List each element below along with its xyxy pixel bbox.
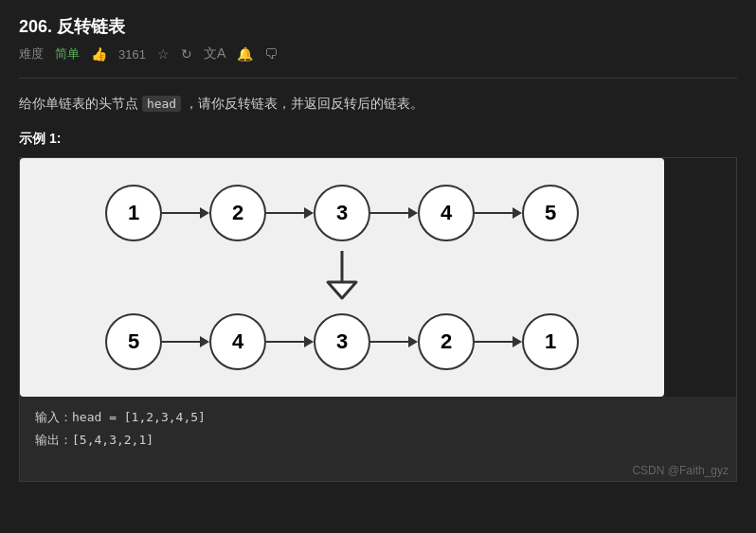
example-io: 输入：head = [1,2,3,4,5] 输出：[5,4,3,2,1] <box>20 397 736 460</box>
node-1-bottom: 1 <box>522 313 579 370</box>
node-3-top: 3 <box>314 185 370 241</box>
desc-after: ，请你反转链表，并返回反转后的链表。 <box>181 96 423 111</box>
example-title: 示例 1: <box>19 131 737 148</box>
like-count: 3161 <box>118 47 146 62</box>
arrow-1-2 <box>162 204 209 222</box>
arrow-2-1 <box>475 332 522 351</box>
arrow-4-5 <box>475 204 522 222</box>
refresh-icon[interactable]: ↻ <box>181 46 192 62</box>
diagram-container: 1 2 3 4 5 5 4 <box>20 158 664 397</box>
arrow-5-4 <box>162 332 209 351</box>
bottom-linked-list: 5 4 3 2 1 <box>39 313 645 370</box>
node-2-bottom: 2 <box>418 313 475 370</box>
top-linked-list: 1 2 3 4 5 <box>39 185 645 241</box>
arrow-3-2 <box>370 332 418 351</box>
difficulty-label: 难度 <box>19 45 44 62</box>
node-5-top: 5 <box>522 185 579 241</box>
svg-marker-1 <box>328 282 356 298</box>
example-input: 输入：head = [1,2,3,4,5] <box>35 406 721 428</box>
node-2-top: 2 <box>209 185 266 241</box>
down-arrow-icon <box>318 249 366 306</box>
desc-before: 给你单链表的头节点 <box>19 96 142 111</box>
problem-title: 206. 反转链表 <box>19 15 737 38</box>
like-icon[interactable]: 👍 <box>91 46 107 62</box>
meta-row: 难度 简单 👍 3161 ☆ ↻ 文A 🔔 🗨 <box>19 45 737 62</box>
difficulty-value: 简单 <box>55 45 80 62</box>
bell-icon[interactable]: 🔔 <box>237 46 253 62</box>
csdn-credit: CSDN @Faith_gyz <box>20 460 736 481</box>
head-code: head <box>142 96 181 112</box>
main-container: 206. 反转链表 难度 简单 👍 3161 ☆ ↻ 文A 🔔 🗨 给你单链表的… <box>0 0 756 497</box>
node-1-top: 1 <box>105 185 162 241</box>
node-4-top: 4 <box>418 185 475 241</box>
arrow-3-4 <box>370 204 418 222</box>
translate-icon[interactable]: 文A <box>204 45 225 62</box>
comment-icon[interactable]: 🗨 <box>264 46 278 62</box>
diagram-wrapper: 1 2 3 4 5 5 4 <box>19 157 737 482</box>
arrow-2-3 <box>266 204 314 222</box>
divider <box>19 78 737 79</box>
down-arrow-container <box>39 249 645 306</box>
description: 给你单链表的头节点 head ，请你反转链表，并返回反转后的链表。 <box>19 92 737 115</box>
node-3-bottom: 3 <box>314 313 370 370</box>
star-icon[interactable]: ☆ <box>157 46 170 62</box>
example-output: 输出：[5,4,3,2,1] <box>35 429 721 451</box>
arrow-4-3 <box>266 332 314 351</box>
node-4-bottom: 4 <box>209 313 266 370</box>
node-5-bottom: 5 <box>105 313 162 370</box>
